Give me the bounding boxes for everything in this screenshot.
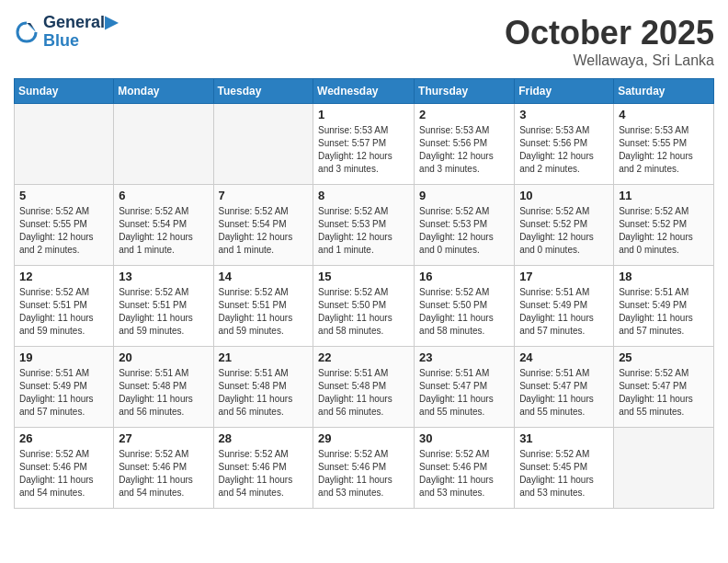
calendar-cell: 23Sunrise: 5:51 AM Sunset: 5:47 PM Dayli… [415,347,515,428]
day-info: Sunrise: 5:52 AM Sunset: 5:45 PM Dayligh… [519,448,609,500]
calendar-cell: 21Sunrise: 5:51 AM Sunset: 5:48 PM Dayli… [213,347,313,428]
day-number: 24 [519,350,609,364]
calendar-cell: 30Sunrise: 5:52 AM Sunset: 5:46 PM Dayli… [415,428,515,509]
day-number: 11 [619,189,709,202]
day-number: 9 [419,189,509,202]
day-number: 8 [318,189,409,202]
calendar-cell: 7Sunrise: 5:52 AM Sunset: 5:54 PM Daylig… [213,185,313,266]
calendar-cell: 8Sunrise: 5:52 AM Sunset: 5:53 PM Daylig… [313,185,415,266]
day-info: Sunrise: 5:52 AM Sunset: 5:50 PM Dayligh… [318,286,409,338]
calendar-cell: 12Sunrise: 5:52 AM Sunset: 5:51 PM Dayli… [15,266,114,347]
day-info: Sunrise: 5:52 AM Sunset: 5:55 PM Dayligh… [19,205,108,257]
day-info: Sunrise: 5:52 AM Sunset: 5:46 PM Dayligh… [219,448,309,500]
calendar-cell: 15Sunrise: 5:52 AM Sunset: 5:50 PM Dayli… [313,266,415,347]
calendar-cell [15,104,114,185]
day-info: Sunrise: 5:51 AM Sunset: 5:47 PM Dayligh… [519,367,609,419]
calendar-cell: 5Sunrise: 5:52 AM Sunset: 5:55 PM Daylig… [15,185,114,266]
calendar-cell: 13Sunrise: 5:52 AM Sunset: 5:51 PM Dayli… [114,266,213,347]
day-number: 29 [318,431,409,445]
day-info: Sunrise: 5:52 AM Sunset: 5:46 PM Dayligh… [119,448,208,500]
calendar-cell: 29Sunrise: 5:52 AM Sunset: 5:46 PM Dayli… [313,428,415,509]
day-info: Sunrise: 5:52 AM Sunset: 5:46 PM Dayligh… [318,448,409,500]
day-info: Sunrise: 5:53 AM Sunset: 5:55 PM Dayligh… [619,124,709,176]
day-number: 19 [19,350,108,364]
day-info: Sunrise: 5:53 AM Sunset: 5:57 PM Dayligh… [318,124,409,176]
day-info: Sunrise: 5:51 AM Sunset: 5:48 PM Dayligh… [219,367,309,419]
calendar-week-row: 5Sunrise: 5:52 AM Sunset: 5:55 PM Daylig… [15,185,714,266]
day-number: 16 [419,270,509,283]
day-info: Sunrise: 5:52 AM Sunset: 5:50 PM Dayligh… [419,286,509,338]
weekday-header: Thursday [415,79,515,104]
day-number: 1 [318,108,409,121]
day-number: 22 [318,350,409,364]
calendar-cell [213,104,313,185]
weekday-header: Sunday [15,79,114,104]
day-number: 15 [318,270,409,283]
calendar-cell: 9Sunrise: 5:52 AM Sunset: 5:53 PM Daylig… [415,185,515,266]
day-number: 18 [619,270,709,283]
calendar-cell: 17Sunrise: 5:51 AM Sunset: 5:49 PM Dayli… [515,266,614,347]
day-number: 30 [419,431,509,445]
weekday-header: Monday [114,79,213,104]
day-info: Sunrise: 5:52 AM Sunset: 5:46 PM Dayligh… [19,448,108,500]
logo-icon [14,19,40,45]
day-info: Sunrise: 5:51 AM Sunset: 5:47 PM Dayligh… [419,367,509,419]
day-info: Sunrise: 5:53 AM Sunset: 5:56 PM Dayligh… [419,124,509,176]
day-number: 4 [619,108,709,121]
day-info: Sunrise: 5:52 AM Sunset: 5:54 PM Dayligh… [119,205,208,257]
calendar-cell: 2Sunrise: 5:53 AM Sunset: 5:56 PM Daylig… [415,104,515,185]
day-number: 6 [119,189,208,202]
day-info: Sunrise: 5:51 AM Sunset: 5:48 PM Dayligh… [119,367,208,419]
weekday-header: Friday [515,79,614,104]
day-number: 23 [419,350,509,364]
calendar-cell: 10Sunrise: 5:52 AM Sunset: 5:52 PM Dayli… [515,185,614,266]
day-info: Sunrise: 5:51 AM Sunset: 5:49 PM Dayligh… [519,286,609,338]
day-number: 14 [219,270,309,283]
calendar-cell: 26Sunrise: 5:52 AM Sunset: 5:46 PM Dayli… [15,428,114,509]
weekday-header: Wednesday [313,79,415,104]
day-number: 10 [519,189,609,202]
calendar-week-row: 1Sunrise: 5:53 AM Sunset: 5:57 PM Daylig… [15,104,714,185]
day-number: 21 [219,350,309,364]
day-number: 2 [419,108,509,121]
day-info: Sunrise: 5:51 AM Sunset: 5:49 PM Dayligh… [619,286,709,338]
calendar-cell: 27Sunrise: 5:52 AM Sunset: 5:46 PM Dayli… [114,428,213,509]
calendar-cell: 11Sunrise: 5:52 AM Sunset: 5:52 PM Dayli… [614,185,714,266]
calendar-cell: 31Sunrise: 5:52 AM Sunset: 5:45 PM Dayli… [515,428,614,509]
day-info: Sunrise: 5:52 AM Sunset: 5:52 PM Dayligh… [619,205,709,257]
day-number: 26 [19,431,108,445]
month-title: October 2025 [505,14,714,52]
calendar-cell [614,428,714,509]
calendar-cell: 3Sunrise: 5:53 AM Sunset: 5:56 PM Daylig… [515,104,614,185]
logo: General▶ Blue [14,14,118,51]
calendar-week-row: 12Sunrise: 5:52 AM Sunset: 5:51 PM Dayli… [15,266,714,347]
calendar-cell: 24Sunrise: 5:51 AM Sunset: 5:47 PM Dayli… [515,347,614,428]
calendar-week-row: 26Sunrise: 5:52 AM Sunset: 5:46 PM Dayli… [15,428,714,509]
calendar-body: 1Sunrise: 5:53 AM Sunset: 5:57 PM Daylig… [15,104,714,509]
calendar-table: SundayMondayTuesdayWednesdayThursdayFrid… [14,78,714,509]
calendar-cell: 28Sunrise: 5:52 AM Sunset: 5:46 PM Dayli… [213,428,313,509]
day-info: Sunrise: 5:52 AM Sunset: 5:52 PM Dayligh… [519,205,609,257]
day-info: Sunrise: 5:53 AM Sunset: 5:56 PM Dayligh… [519,124,609,176]
calendar-cell: 20Sunrise: 5:51 AM Sunset: 5:48 PM Dayli… [114,347,213,428]
calendar-cell: 22Sunrise: 5:51 AM Sunset: 5:48 PM Dayli… [313,347,415,428]
day-number: 25 [619,350,709,364]
day-info: Sunrise: 5:51 AM Sunset: 5:49 PM Dayligh… [19,367,108,419]
title-block: October 2025 Wellawaya, Sri Lanka [505,14,714,69]
day-number: 20 [119,350,208,364]
day-number: 31 [519,431,609,445]
day-info: Sunrise: 5:52 AM Sunset: 5:51 PM Dayligh… [19,286,108,338]
day-info: Sunrise: 5:52 AM Sunset: 5:53 PM Dayligh… [318,205,409,257]
day-number: 3 [519,108,609,121]
logo-line1: General▶ [43,14,118,32]
calendar-header-row: SundayMondayTuesdayWednesdayThursdayFrid… [15,79,714,104]
weekday-header: Saturday [614,79,714,104]
calendar-cell: 4Sunrise: 5:53 AM Sunset: 5:55 PM Daylig… [614,104,714,185]
day-info: Sunrise: 5:52 AM Sunset: 5:46 PM Dayligh… [419,448,509,500]
day-info: Sunrise: 5:51 AM Sunset: 5:48 PM Dayligh… [318,367,409,419]
calendar-cell: 1Sunrise: 5:53 AM Sunset: 5:57 PM Daylig… [313,104,415,185]
day-info: Sunrise: 5:52 AM Sunset: 5:47 PM Dayligh… [619,367,709,419]
day-number: 5 [19,189,108,202]
calendar-cell [114,104,213,185]
day-info: Sunrise: 5:52 AM Sunset: 5:51 PM Dayligh… [219,286,309,338]
